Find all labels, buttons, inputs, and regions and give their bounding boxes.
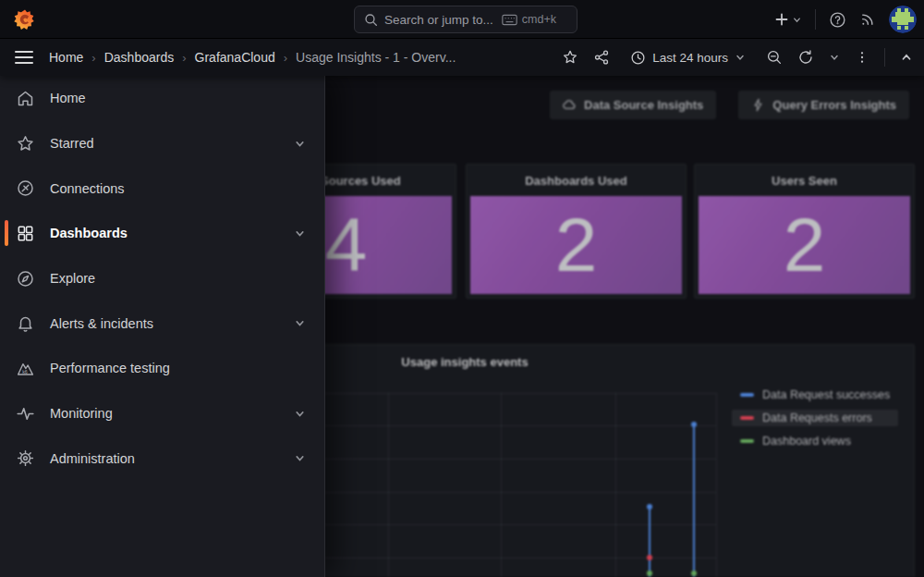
breadcrumb-dashboards[interactable]: Dashboards	[104, 50, 175, 65]
mega-menu-drawer: Home Starred Connections Dashboards	[0, 76, 325, 577]
legend-item-data-request-successes[interactable]: Data Request successes	[732, 387, 898, 403]
search-placeholder: Search or jump to...	[384, 13, 493, 27]
active-indicator	[5, 220, 8, 246]
grafana-app: Data Source Insights Query Errors Insigh…	[0, 0, 924, 577]
sidebar-item-home[interactable]: Home	[0, 76, 324, 121]
clock-icon	[630, 50, 646, 66]
legend-item-dashboard-views[interactable]: Dashboard views	[732, 433, 898, 449]
zoom-out-time-button[interactable]	[766, 49, 783, 66]
chevron-right-icon: ›	[182, 51, 186, 65]
panel-title[interactable]: Users Seen	[695, 165, 914, 196]
home-icon	[15, 89, 35, 108]
chevron-down-icon[interactable]	[294, 452, 306, 464]
refresh-icon	[797, 49, 814, 66]
sidebar-item-label: Alerts & incidents	[50, 316, 153, 331]
new-menu-button[interactable]	[774, 12, 802, 27]
sidebar-item-connections[interactable]: Connections	[0, 166, 324, 211]
top-bar: Search or jump to... cmd+k	[0, 0, 924, 39]
sidebar-item-label: Dashboards	[50, 226, 128, 240]
dashboard-links-row: Data Source Insights Query Errors Insigh…	[550, 91, 909, 119]
grafana-logo[interactable]	[12, 6, 38, 32]
share-dashboard-button[interactable]	[593, 49, 610, 66]
chevron-down-icon[interactable]	[294, 138, 306, 150]
breadcrumb-bar: Home › Dashboards › GrafanaCloud › Usage…	[0, 39, 924, 76]
stat-value: 2	[555, 207, 598, 283]
data-point-successes	[691, 422, 697, 427]
legend-label: Data Requests errors	[762, 411, 872, 424]
sidebar-item-explore[interactable]: Explore	[0, 256, 324, 301]
sidebar-item-alerts-incidents[interactable]: Alerts & incidents	[0, 301, 324, 346]
sidebar-item-starred[interactable]: Starred	[0, 121, 324, 166]
divider	[815, 9, 816, 30]
chevron-down-icon	[735, 52, 746, 63]
sidebar-item-label: Starred	[50, 136, 94, 151]
connections-icon	[15, 178, 35, 198]
chevron-down-icon[interactable]	[294, 227, 306, 239]
legend-swatch	[740, 439, 754, 443]
breadcrumb-grafanacloud[interactable]: GrafanaCloud	[195, 50, 275, 65]
bell-icon	[15, 313, 35, 333]
chevron-right-icon: ›	[284, 51, 287, 65]
panel-title[interactable]: Dashboards Used	[467, 165, 686, 196]
series-spike-successes-2	[693, 424, 695, 577]
chart-legend: Data Request successes Data Requests err…	[732, 387, 898, 449]
star-dashboard-button[interactable]	[562, 49, 578, 66]
stat-value: 4	[325, 207, 368, 283]
link-label: Data Source Insights	[584, 98, 703, 112]
collapse-toolbar-button[interactable]	[900, 51, 913, 64]
dashboard-more-menu[interactable]	[855, 50, 869, 65]
time-range-label: Last 24 hours	[652, 51, 728, 65]
chevron-down-icon[interactable]	[294, 317, 306, 329]
star-icon	[15, 134, 35, 153]
sidebar-item-label: Performance testing	[50, 361, 170, 375]
refresh-interval-dropdown[interactable]	[829, 52, 840, 63]
star-icon	[562, 49, 578, 66]
refresh-button[interactable]	[797, 49, 814, 66]
sidebar-item-monitoring[interactable]: Monitoring	[0, 391, 324, 436]
data-point-successes	[647, 504, 652, 509]
help-button[interactable]	[829, 11, 846, 29]
sidebar-item-performance-testing[interactable]: k6 Performance testing	[0, 346, 324, 391]
legend-label: Data Request successes	[762, 388, 890, 401]
compass-icon	[15, 269, 35, 288]
keyboard-icon	[502, 14, 517, 26]
query-errors-insights-link[interactable]: Query Errors Insights	[738, 91, 909, 119]
search-shortcut: cmd+k	[502, 13, 556, 26]
stat-body: 2	[470, 196, 682, 294]
gridline	[501, 393, 502, 577]
search-input[interactable]: Search or jump to... cmd+k	[354, 6, 578, 33]
gridline	[716, 393, 717, 577]
help-icon	[829, 11, 846, 29]
breadcrumb-home[interactable]: Home	[49, 50, 83, 65]
rss-icon	[859, 11, 876, 28]
legend-swatch	[740, 393, 754, 397]
data-source-insights-link[interactable]: Data Source Insights	[550, 91, 716, 119]
top-actions	[774, 0, 917, 39]
sidebar-item-label: Connections	[50, 181, 125, 196]
chevron-down-icon	[792, 15, 802, 25]
time-range-picker[interactable]: Last 24 hours	[630, 50, 746, 66]
data-point-views	[691, 571, 697, 576]
legend-swatch	[740, 416, 754, 420]
chevron-down-icon[interactable]	[294, 408, 306, 420]
stat-body: 2	[699, 196, 910, 294]
apps-grid-icon	[15, 224, 35, 243]
zoom-out-icon	[766, 49, 783, 66]
divider	[884, 48, 885, 67]
sidebar-item-label: Administration	[50, 451, 135, 466]
dashboard-actions: Last 24 hours	[562, 39, 913, 76]
user-avatar[interactable]	[889, 6, 917, 33]
link-label: Query Errors Insights	[772, 98, 896, 112]
pulse-icon	[15, 404, 35, 424]
gridline	[388, 393, 389, 577]
sidebar-item-administration[interactable]: Administration	[0, 436, 324, 482]
legend-label: Dashboard views	[762, 435, 851, 448]
svg-text:k6: k6	[22, 369, 28, 374]
stat-panel-users-seen: Users Seen 2	[694, 164, 915, 299]
legend-item-data-requests-errors[interactable]: Data Requests errors	[732, 410, 898, 426]
mega-menu-toggle[interactable]	[15, 51, 33, 64]
sidebar-item-dashboards[interactable]: Dashboards	[0, 211, 324, 256]
news-button[interactable]	[859, 11, 876, 28]
chevron-up-icon	[900, 51, 913, 64]
sidebar-item-label: Home	[50, 91, 86, 105]
